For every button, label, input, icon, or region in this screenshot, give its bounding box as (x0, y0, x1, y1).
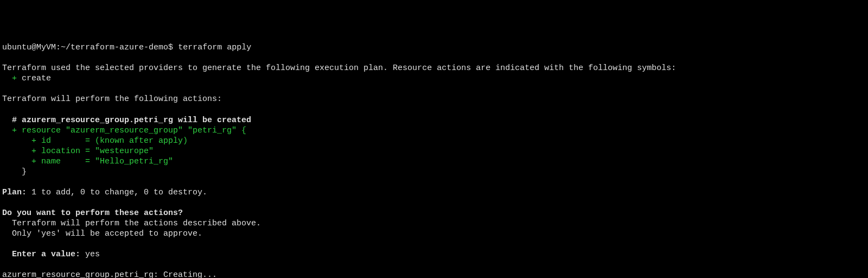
prompt-user-host: ubuntu@MyVM (2, 43, 56, 52)
command: terraform apply (178, 43, 251, 52)
create-word: create (22, 74, 51, 83)
plan-intro: Terraform used the selected providers to… (2, 64, 676, 73)
creating-line: azurerm_resource_group.petri_rg: Creatin… (2, 270, 217, 278)
plan-label: Plan: (2, 188, 27, 197)
enter-value-input[interactable]: yes (85, 250, 100, 259)
attr-id: + id = (known after apply) (2, 136, 188, 146)
confirm-line-2: Only 'yes' will be accepted to approve. (2, 229, 202, 238)
resource-open: + resource "azurerm_resource_group" "pet… (2, 126, 246, 135)
confirm-question: Do you want to perform these actions? (2, 208, 183, 218)
attr-name: + name = "Hello_petri_rg" (2, 157, 173, 166)
enter-value-label: Enter a value: (2, 250, 85, 259)
resource-close: } (2, 167, 27, 176)
resource-comment: # azurerm_resource_group.petri_rg will b… (2, 116, 251, 125)
attr-location: + location = "westeurope" (2, 147, 154, 156)
actions-header: Terraform will perform the following act… (2, 94, 222, 104)
confirm-line-1: Terraform will perform the actions descr… (2, 219, 261, 228)
prompt-symbol: $ (168, 43, 173, 52)
create-symbol: + (2, 74, 22, 83)
prompt-sep: : (56, 43, 61, 52)
prompt-path: ~/terraform-azure-demo (61, 43, 168, 52)
plan-rest: 1 to add, 0 to change, 0 to destroy. (27, 188, 207, 197)
terminal-output[interactable]: ubuntu@MyVM:~/terraform-azure-demo$ terr… (2, 42, 866, 278)
